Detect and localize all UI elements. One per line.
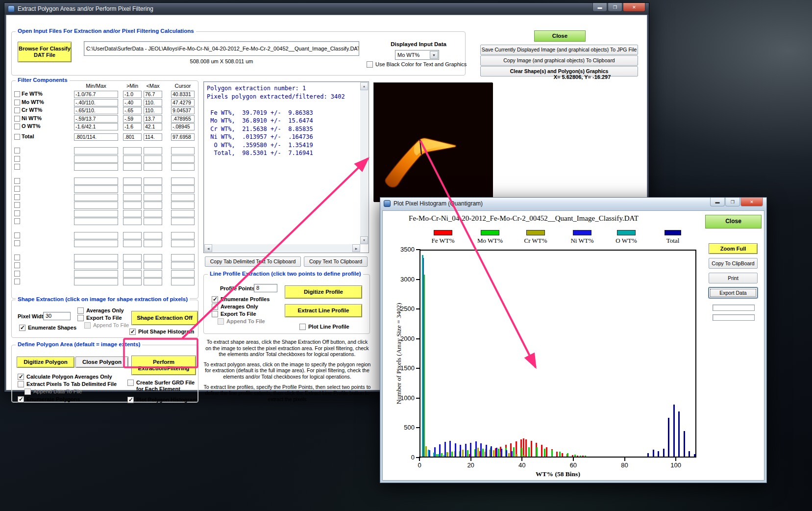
plot-line-profile-checkbox[interactable]: Plot Line Profile xyxy=(299,324,349,330)
maximize-icon[interactable]: ❐ xyxy=(608,3,622,12)
filter-field-min[interactable] xyxy=(123,147,142,154)
filter-field-max[interactable] xyxy=(144,185,162,193)
filter-field-cursor[interactable] xyxy=(171,262,195,269)
filter-field-max[interactable]: 110. xyxy=(144,99,162,106)
scroll-right-icon[interactable]: ▶ xyxy=(352,244,360,252)
filter-field-max[interactable]: 110. xyxy=(144,107,162,114)
filter-field-min[interactable] xyxy=(123,270,142,278)
filter-field-max[interactable] xyxy=(144,278,162,285)
filter-field-max[interactable] xyxy=(144,163,162,171)
filter-field-minmax[interactable] xyxy=(74,202,118,209)
filter-field-cursor[interactable] xyxy=(171,202,195,209)
filter-field-min[interactable] xyxy=(123,194,142,201)
filter-field-max[interactable]: 114. xyxy=(144,133,162,141)
close-icon[interactable]: ✕ xyxy=(740,198,763,206)
sample-image-display[interactable] xyxy=(373,82,492,202)
filter-field-min[interactable] xyxy=(123,240,142,247)
filter-field-minmax[interactable] xyxy=(74,210,118,217)
filter-row-checkbox[interactable] xyxy=(14,240,20,246)
maximize-icon[interactable]: ❐ xyxy=(725,198,740,206)
filter-field-cursor[interactable] xyxy=(171,278,195,285)
filter-field-max[interactable] xyxy=(144,232,162,239)
filter-field-cursor[interactable]: .478955 xyxy=(171,115,195,123)
shape-extraction-toggle-button[interactable]: Shape Extraction Off xyxy=(131,311,198,325)
filter-field-max[interactable] xyxy=(144,202,162,209)
profile-averages-only-checkbox[interactable]: Averages Only xyxy=(212,304,258,310)
filter-field-minmax[interactable] xyxy=(74,218,118,225)
scroll-up-icon[interactable]: ▲ xyxy=(360,82,368,90)
calculate-polygon-averages-checkbox[interactable]: Calculate Polygon Averages Only xyxy=(18,374,112,380)
export-data-button[interactable]: Export Data xyxy=(709,287,758,298)
filter-field-minmax[interactable] xyxy=(74,240,118,247)
copy-to-clipboard-button[interactable]: Copy To ClipBoard xyxy=(709,258,758,269)
filter-field-min[interactable] xyxy=(123,210,142,217)
filter-row-checkbox[interactable] xyxy=(14,100,20,105)
zoom-full-button[interactable]: Zoom Full xyxy=(709,243,758,254)
filter-row-checkbox[interactable] xyxy=(14,164,20,170)
filter-row-checkbox[interactable] xyxy=(14,210,20,216)
file-path-field[interactable]: C:\UserData\SurferData - JEOL\Alloys\Fe-… xyxy=(84,41,359,56)
filter-field-minmax[interactable] xyxy=(74,254,118,261)
filter-field-max[interactable] xyxy=(144,262,162,269)
filter-field-min[interactable] xyxy=(123,163,142,171)
filter-field-cursor[interactable]: -.08945 xyxy=(171,123,195,130)
filter-field-minmax[interactable] xyxy=(74,270,118,278)
filter-row-checkbox[interactable] xyxy=(14,156,20,162)
filter-field-min[interactable]: -.65 xyxy=(123,107,142,114)
filter-field-min[interactable] xyxy=(123,155,142,163)
filter-row-checkbox[interactable] xyxy=(14,194,20,200)
filter-field-min[interactable] xyxy=(123,232,142,239)
filter-field-cursor[interactable] xyxy=(171,178,195,185)
filter-field-cursor[interactable] xyxy=(171,270,195,278)
filter-field-minmax[interactable]: -1.6/42.1 xyxy=(74,123,118,130)
filter-row-checkbox[interactable] xyxy=(14,232,20,238)
enumerate-shapes-checkbox[interactable]: Enumerate Shapes xyxy=(19,325,76,331)
filter-field-max[interactable] xyxy=(144,155,162,163)
filter-field-cursor[interactable] xyxy=(171,254,195,261)
shape-averages-only-checkbox[interactable]: Averages Only xyxy=(77,307,124,314)
filter-field-max[interactable] xyxy=(144,254,162,261)
filter-field-max[interactable] xyxy=(144,240,162,247)
displayed-input-dropdown[interactable]: Mo WT% ▼ xyxy=(395,50,439,60)
filter-field-minmax[interactable]: .801/114. xyxy=(74,133,118,141)
filter-field-minmax[interactable] xyxy=(74,185,118,193)
close-polygon-button[interactable]: Close Polygon xyxy=(75,357,128,368)
pixel-width-input[interactable]: 30 xyxy=(43,312,71,320)
filter-field-max[interactable]: 76.7 xyxy=(144,91,162,98)
filter-row-checkbox[interactable] xyxy=(14,262,20,268)
filter-field-min[interactable]: -1.6 xyxy=(123,123,142,130)
extract-line-profile-button[interactable]: Extract Line Profile xyxy=(285,304,362,317)
close-icon[interactable]: ✕ xyxy=(623,3,645,12)
filter-row-checkbox[interactable] xyxy=(14,279,20,284)
chevron-down-icon[interactable]: ▼ xyxy=(430,51,438,59)
filter-field-cursor[interactable] xyxy=(171,218,195,225)
filter-field-min[interactable] xyxy=(123,254,142,261)
copy-text-button[interactable]: Copy Text To Clipboard xyxy=(304,256,368,267)
close-histogram-button[interactable]: Close xyxy=(705,215,762,229)
filter-field-cursor[interactable] xyxy=(171,194,195,201)
filter-field-min[interactable] xyxy=(123,278,142,285)
results-textbox[interactable]: Polygon extraction number: 1 Pixels poly… xyxy=(203,81,369,253)
filter-row-checkbox[interactable] xyxy=(14,178,20,184)
filter-field-min[interactable] xyxy=(123,202,142,209)
plot-shape-histogram-checkbox[interactable]: Plot Shape Histogram xyxy=(129,329,194,335)
filter-field-max[interactable]: 13.7 xyxy=(144,115,162,123)
filter-field-cursor[interactable] xyxy=(171,163,195,171)
filter-row-checkbox[interactable] xyxy=(14,202,20,208)
filter-field-min[interactable] xyxy=(123,262,142,269)
filter-field-min[interactable]: -.59 xyxy=(123,115,142,123)
filter-row-checkbox[interactable] xyxy=(14,116,20,122)
horizontal-scrollbar[interactable]: ◀ ▶ xyxy=(204,244,360,252)
filter-field-cursor[interactable]: 40.8331 xyxy=(171,91,195,98)
black-color-checkbox[interactable]: Use Black Color for Text and Graphics xyxy=(367,61,467,68)
filter-row-checkbox[interactable] xyxy=(14,271,20,277)
filter-field-max[interactable] xyxy=(144,218,162,225)
image-action-button-1[interactable]: Save Currently Displayed Image (and grap… xyxy=(480,45,638,55)
scroll-left-icon[interactable]: ◀ xyxy=(204,244,212,252)
filter-field-minmax[interactable] xyxy=(74,163,118,171)
filter-field-cursor[interactable] xyxy=(171,185,195,193)
filter-field-max[interactable]: 42.1 xyxy=(144,123,162,130)
filter-field-cursor[interactable]: 97.6958 xyxy=(171,133,195,141)
filter-field-cursor[interactable] xyxy=(171,210,195,217)
filter-field-cursor[interactable]: 9.04537 xyxy=(171,107,195,114)
